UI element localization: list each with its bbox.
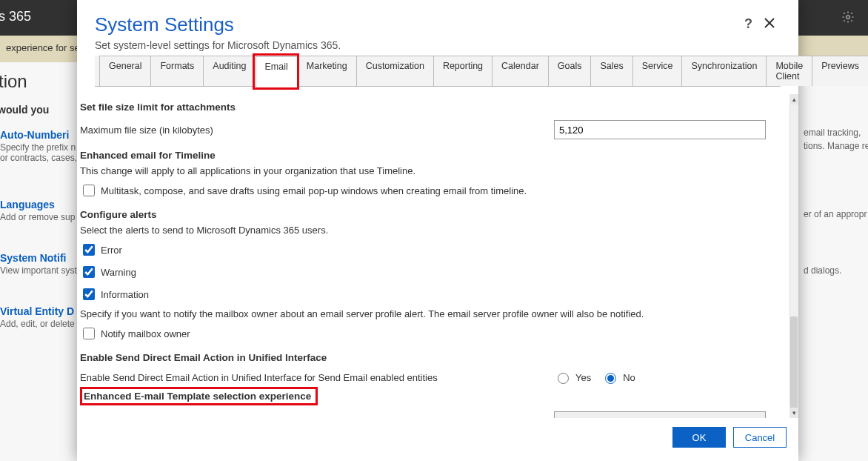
direct-email-label: Enable Send Direct Email Action in Unifi… (80, 372, 554, 383)
scroll-up-icon[interactable]: ▴ (789, 94, 798, 105)
tab-general[interactable]: General (99, 56, 151, 86)
tab-synchronization[interactable]: Synchronization (681, 56, 767, 86)
dialog-subtitle: Set system-level settings for Microsoft … (95, 39, 781, 51)
tab-mobile-client[interactable]: Mobile Client (766, 56, 812, 86)
ok-button[interactable]: OK (672, 427, 726, 448)
notify-mailbox-owner-checkbox[interactable] (83, 328, 95, 339)
filesize-input[interactable] (554, 120, 766, 139)
dialog-title: System Settings (95, 13, 738, 36)
filesize-label: Maximum file size (in kilobytes) (80, 125, 554, 136)
multitask-checkbox[interactable] (83, 185, 95, 196)
configure-alerts-desc: Select the alerts to send to Microsoft D… (80, 225, 787, 236)
alert-information-label: Information (101, 289, 149, 300)
highlight-box-template-title: Enhanced E-mail Template selection exper… (80, 387, 318, 405)
filesize-section-title: Set file size limit for attachments (80, 102, 787, 113)
close-button[interactable] (758, 13, 781, 35)
tab-goals[interactable]: Goals (548, 56, 592, 86)
alert-warning-checkbox[interactable] (83, 266, 95, 278)
template-experience-title: Enhanced E-mail Template selection exper… (84, 391, 311, 402)
multitask-checkbox-label: Multitask, compose, and save drafts usin… (101, 185, 527, 196)
help-button[interactable]: ? (738, 13, 758, 35)
alert-information-checkbox[interactable] (83, 288, 95, 300)
tab-marketing[interactable]: Marketing (297, 56, 357, 86)
system-settings-dialog: System Settings ? Set system-level setti… (77, 0, 798, 461)
enhanced-timeline-section-title: Enhanced email for Timeline (80, 150, 787, 161)
tab-sales[interactable]: Sales (590, 56, 632, 86)
dialog-footer: OK Cancel (77, 418, 798, 461)
dialog-body: Set file size limit for attachments Maxi… (77, 94, 798, 418)
tab-customization[interactable]: Customization (356, 56, 434, 86)
notify-owner-desc: Specify if you want to notify the mailbo… (80, 308, 787, 319)
default-view-label: Default view (80, 416, 554, 419)
scroll-down-icon[interactable]: ▾ (789, 408, 798, 418)
direct-email-yes-option[interactable]: Yes (554, 371, 591, 384)
tab-service[interactable]: Service (632, 56, 683, 86)
default-view-select[interactable]: List View (554, 411, 766, 418)
dialog-header: System Settings ? Set system-level setti… (77, 0, 798, 94)
tab-calendar[interactable]: Calendar (492, 56, 549, 86)
tab-auditing[interactable]: Auditing (203, 56, 256, 86)
alert-error-label: Error (101, 245, 122, 256)
configure-alerts-title: Configure alerts (80, 209, 787, 220)
scrollbar[interactable]: ▴ ▾ (789, 94, 798, 418)
direct-email-no-option[interactable]: No (601, 371, 635, 384)
tab-previews[interactable]: Previews (812, 56, 868, 86)
enhanced-timeline-desc: This change will apply to all applicatio… (80, 165, 787, 176)
tab-email[interactable]: Email (256, 56, 298, 87)
notify-mailbox-owner-label: Notify mailbox owner (101, 328, 190, 339)
tab-formats[interactable]: Formats (150, 56, 204, 86)
scroll-thumb[interactable] (790, 316, 798, 418)
alert-warning-label: Warning (101, 267, 136, 278)
tab-reporting[interactable]: Reporting (433, 56, 493, 86)
direct-email-section-title: Enable Send Direct Email Action in Unifi… (80, 352, 787, 363)
tab-strip: GeneralFormatsAuditingEmailMarketingCust… (95, 56, 781, 87)
dialog-scroll-content: Set file size limit for attachments Maxi… (80, 94, 788, 418)
alert-error-checkbox[interactable] (83, 244, 95, 256)
cancel-button[interactable]: Cancel (733, 427, 787, 448)
